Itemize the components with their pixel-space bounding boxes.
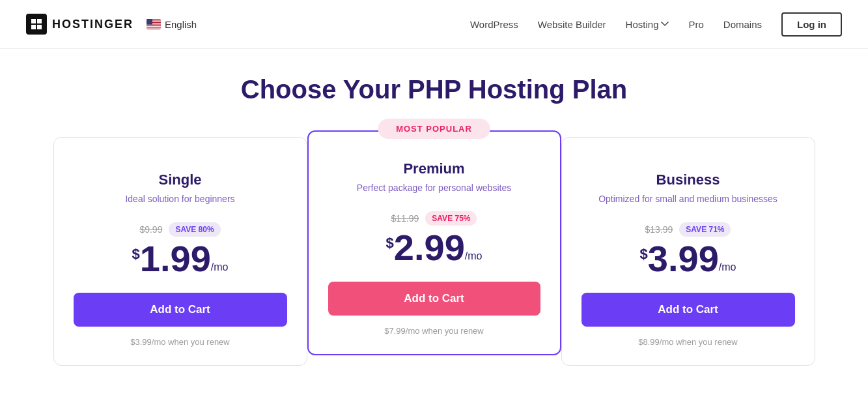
add-to-cart-single[interactable]: Add to Cart: [74, 293, 287, 327]
plan-name-premium: Premium: [328, 160, 540, 177]
svg-rect-0: [31, 19, 36, 23]
plan-name-single: Single: [74, 171, 287, 188]
nav-website-builder[interactable]: Website Builder: [538, 19, 606, 30]
price-row-premium: $11.99 SAVE 75%: [328, 211, 540, 226]
svg-rect-3: [37, 25, 42, 29]
add-to-cart-business[interactable]: Add to Cart: [581, 293, 795, 327]
pricing-cards-container: Single Ideal solution for beginners $9.9…: [39, 137, 829, 366]
plan-subtitle-single: Ideal solution for beginners: [74, 194, 287, 204]
price-amount-single: 1.99: [140, 241, 211, 277]
price-display-single: $ 1.99 /mo: [74, 241, 287, 277]
page-title: Choose Your PHP Hosting Plan: [39, 75, 829, 104]
save-badge-business: SAVE 71%: [679, 222, 731, 237]
plan-subtitle-premium: Perfect package for personal websites: [328, 183, 540, 193]
language-selector[interactable]: English: [147, 19, 197, 30]
nav-domains[interactable]: Domains: [723, 19, 762, 30]
nav-hosting[interactable]: Hosting: [626, 19, 669, 30]
plan-card-business: Business Optimized for small and medium …: [561, 137, 815, 366]
svg-rect-2: [31, 25, 36, 29]
header: HOSTINGER English WordPress Website Buil…: [0, 0, 868, 49]
nav-pro[interactable]: Pro: [688, 19, 703, 30]
language-label: English: [165, 19, 197, 30]
save-badge-premium: SAVE 75%: [425, 211, 477, 226]
price-period-business: /mo: [719, 261, 736, 273]
logo-text: HOSTINGER: [52, 18, 133, 31]
nav-wordpress[interactable]: WordPress: [470, 19, 518, 30]
hostinger-logo-svg: [30, 18, 43, 31]
price-period-premium: /mo: [465, 250, 483, 262]
renew-text-business: $8.99/mo when you renew: [581, 337, 795, 347]
login-button[interactable]: Log in: [781, 12, 842, 37]
add-to-cart-premium[interactable]: Add to Cart: [328, 282, 540, 316]
plan-subtitle-business: Optimized for small and medium businesse…: [581, 194, 795, 204]
svg-rect-10: [147, 28, 161, 29]
most-popular-badge: MOST POPULAR: [378, 119, 490, 139]
price-amount-business: 3.99: [648, 241, 719, 277]
price-dollar-premium: $: [386, 235, 394, 252]
svg-rect-11: [147, 19, 152, 25]
logo-icon: [26, 14, 47, 35]
chevron-down-icon: [661, 20, 669, 28]
flag-icon: [147, 19, 161, 29]
svg-rect-8: [147, 25, 161, 25]
plan-name-business: Business: [581, 171, 795, 188]
price-display-premium: $ 2.99 /mo: [328, 229, 540, 266]
price-dollar-single: $: [132, 246, 140, 263]
save-badge-single: SAVE 80%: [169, 222, 220, 237]
svg-rect-9: [147, 26, 161, 27]
plan-card-single: Single Ideal solution for beginners $9.9…: [53, 137, 307, 366]
price-row-single: $9.99 SAVE 80%: [74, 222, 287, 237]
price-amount-premium: 2.99: [394, 229, 465, 266]
renew-text-single: $3.99/mo when you renew: [74, 337, 287, 347]
renew-text-premium: $7.99/mo when you renew: [328, 326, 540, 336]
header-left: HOSTINGER English: [26, 14, 197, 35]
header-nav: WordPress Website Builder Hosting Pro Do…: [470, 12, 842, 37]
original-price-single: $9.99: [139, 224, 162, 235]
original-price-premium: $11.99: [391, 213, 419, 224]
price-row-business: $13.99 SAVE 71%: [581, 222, 795, 237]
logo[interactable]: HOSTINGER: [26, 14, 133, 35]
main-content: Choose Your PHP Hosting Plan Single Idea…: [0, 49, 868, 392]
plan-card-premium: MOST POPULAR Premium Perfect package for…: [307, 130, 561, 355]
price-period-single: /mo: [211, 261, 229, 273]
price-dollar-business: $: [640, 246, 648, 263]
price-display-business: $ 3.99 /mo: [581, 241, 795, 277]
original-price-business: $13.99: [645, 224, 673, 235]
svg-rect-1: [37, 19, 42, 23]
